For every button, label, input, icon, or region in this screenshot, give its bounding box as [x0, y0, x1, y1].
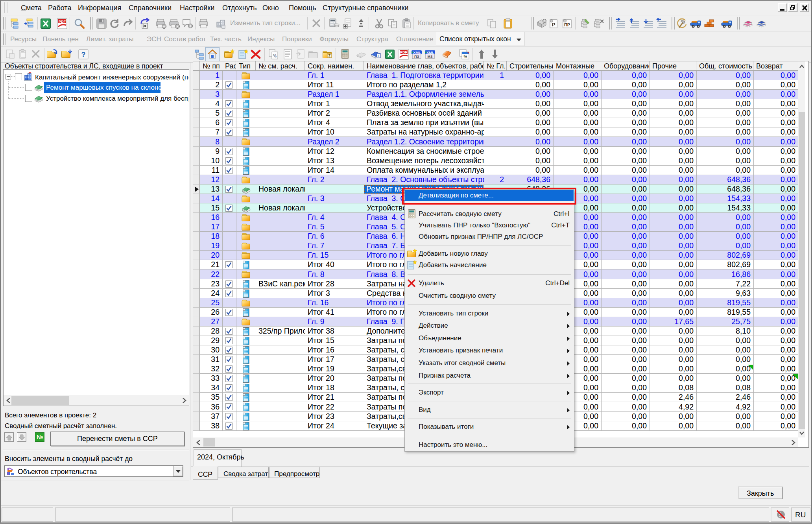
svg-text:XML: XML [413, 50, 421, 55]
svg-text:PDF: PDF [400, 50, 408, 54]
svg-text:ПР: ПР [564, 22, 570, 27]
svg-text:%: % [273, 54, 277, 58]
svg-text:P: P [552, 22, 555, 28]
svg-text:%: % [464, 55, 467, 59]
svg-text:PDF: PDF [59, 20, 66, 24]
svg-text:XML: XML [426, 50, 434, 55]
svg-text:Σ: Σ [328, 54, 330, 58]
svg-text:?: ? [81, 51, 86, 59]
svg-text:МЗ: МЗ [427, 55, 432, 59]
svg-text:ПЗ: ПЗ [414, 55, 419, 59]
svg-text:F: F [378, 54, 380, 58]
